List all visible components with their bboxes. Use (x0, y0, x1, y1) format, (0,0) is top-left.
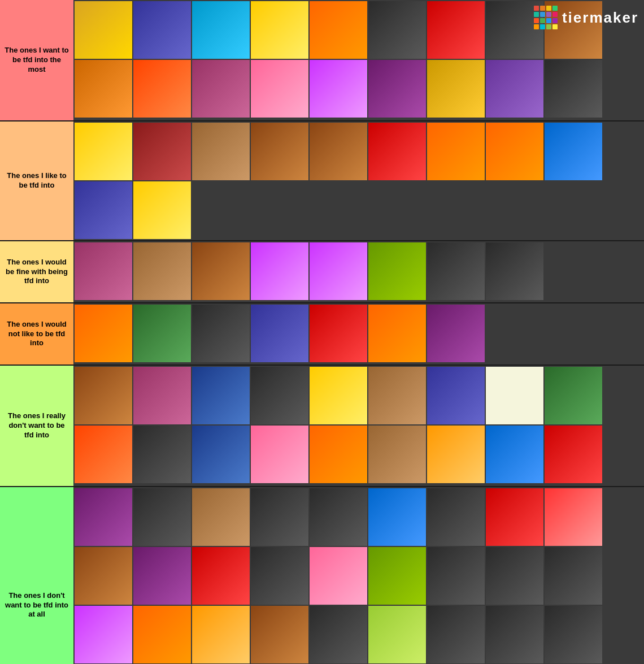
list-item (75, 60, 132, 118)
tier-row-d: The ones I really don't want to be tfd i… (0, 366, 644, 487)
list-item (368, 305, 426, 362)
list-item (486, 60, 543, 118)
list-item (368, 606, 426, 663)
list-item (192, 367, 250, 424)
list-item (192, 242, 250, 300)
list-item (427, 242, 485, 300)
tier-row-c: The ones I would not like to be tfd into (0, 303, 644, 366)
list-item (545, 547, 602, 605)
tier-row-a: The ones I like to be tfd into (0, 121, 644, 241)
list-item (486, 426, 543, 483)
list-item (368, 123, 426, 180)
list-item (486, 547, 543, 605)
list-item (368, 547, 426, 605)
list-item (192, 123, 250, 180)
list-item (75, 547, 132, 605)
list-item (368, 426, 426, 483)
list-item (486, 488, 543, 546)
list-item (310, 367, 367, 424)
tier-items-a (73, 121, 644, 240)
tier-items-d (73, 366, 644, 486)
list-item (133, 242, 191, 300)
list-item (192, 488, 250, 546)
list-item (545, 367, 602, 424)
list-item (486, 123, 543, 180)
list-item (192, 305, 250, 362)
list-item (251, 123, 308, 180)
list-item (133, 426, 191, 483)
list-item (75, 367, 132, 424)
list-item (251, 60, 308, 118)
list-item (427, 547, 485, 605)
tier-list: TiERMaKeR The ones I want to be tfd into… (0, 0, 644, 664)
list-item (310, 242, 367, 300)
list-item (75, 242, 132, 300)
list-item (133, 123, 191, 180)
list-item (133, 305, 191, 362)
list-item (310, 426, 367, 483)
tier-label-a: The ones I like to be tfd into (0, 121, 73, 240)
list-item (251, 606, 308, 663)
list-item (133, 367, 191, 424)
tier-row-b: The ones I would be fine with being tfd … (0, 241, 644, 303)
tier-row-f: The ones I don't want to be tfd into at … (0, 487, 644, 664)
list-item (368, 367, 426, 424)
list-item (368, 242, 426, 300)
list-item (310, 305, 367, 362)
tier-label-s: The ones I want to be tfd into the most (0, 0, 73, 120)
list-item (251, 488, 308, 546)
tier-items-f (73, 487, 644, 664)
list-item (545, 488, 602, 546)
list-item (310, 1, 367, 59)
list-item (192, 60, 250, 118)
list-item (251, 1, 308, 59)
list-item (427, 488, 485, 546)
list-item (192, 547, 250, 605)
list-item (133, 60, 191, 118)
list-item (545, 426, 602, 483)
tiermaker-watermark: TiERMaKeR (534, 6, 638, 29)
list-item (545, 60, 602, 118)
list-item (251, 547, 308, 605)
list-item (251, 305, 308, 362)
tier-label-f: The ones I don't want to be tfd into at … (0, 487, 73, 664)
list-item (133, 488, 191, 546)
list-item (486, 367, 543, 424)
list-item (133, 547, 191, 605)
list-item (310, 488, 367, 546)
list-item (368, 488, 426, 546)
tier-items-b (73, 241, 644, 302)
list-item (75, 123, 132, 180)
list-item (427, 123, 485, 180)
list-item (427, 305, 485, 362)
list-item (486, 242, 543, 300)
tiermaker-logo-text: TiERMaKeR (562, 9, 638, 27)
list-item (368, 1, 426, 59)
list-item (75, 606, 132, 663)
list-item (133, 181, 191, 239)
list-item (251, 242, 308, 300)
list-item (310, 606, 367, 663)
list-item (251, 367, 308, 424)
list-item (192, 1, 250, 59)
list-item (75, 305, 132, 362)
logo-grid-icon (534, 6, 558, 29)
list-item (75, 181, 132, 239)
list-item (192, 426, 250, 483)
list-item (545, 123, 602, 180)
list-item (427, 1, 485, 59)
list-item (486, 606, 543, 663)
tier-label-d: The ones I really don't want to be tfd i… (0, 366, 73, 486)
list-item (427, 606, 485, 663)
list-item (133, 1, 191, 59)
tier-items-c (73, 303, 644, 364)
list-item (427, 367, 485, 424)
list-item (310, 547, 367, 605)
list-item (133, 606, 191, 663)
list-item (427, 60, 485, 118)
list-item (310, 123, 367, 180)
list-item (368, 60, 426, 118)
list-item (310, 60, 367, 118)
tier-label-b: The ones I would be fine with being tfd … (0, 241, 73, 302)
list-item (427, 426, 485, 483)
